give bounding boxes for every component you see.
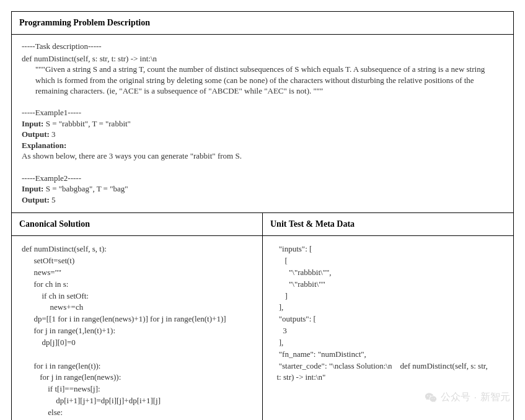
content-row: def numDistinct(self, s, t): setOft=set(… xyxy=(12,236,513,420)
unit-test-meta-data: "inputs": [ [ "\"rabbbit\"", "\"rabbit\"… xyxy=(263,236,513,420)
task-signature: def numDistinct(self, s: str, t: str) ->… xyxy=(22,53,503,64)
example1-input-label: Input: xyxy=(22,119,43,128)
example1-heading: -----Example1----- xyxy=(22,108,81,117)
document-frame: Programming Problem Description -----Tas… xyxy=(11,11,514,420)
header-title: Programming Problem Description xyxy=(12,12,513,35)
task-docstring: """Given a string S and a string T, coun… xyxy=(22,64,503,97)
example2-heading: -----Example2----- xyxy=(22,173,81,183)
example2-output-value: 5 xyxy=(50,195,56,204)
example1-explanation-value: As shown below, there are 3 ways you can… xyxy=(22,151,242,160)
example1-explanation-label: Explanation: xyxy=(22,141,66,150)
example2-input-label: Input: xyxy=(22,184,43,193)
unit-test-header: Unit Test & Meta Data xyxy=(263,213,513,235)
example2-output-label: Output: xyxy=(22,195,50,204)
example1-input-value: S = "rabbbit", T = "rabbit" xyxy=(43,119,131,128)
example1-output-label: Output: xyxy=(22,129,50,139)
canonical-solution-code: def numDistinct(self, s, t): setOft=set(… xyxy=(12,236,263,420)
task-heading: -----Task description----- xyxy=(22,42,102,51)
example2-input-value: S = "babgbag", T = "bag" xyxy=(43,184,128,193)
example1-output-value: 3 xyxy=(50,129,56,139)
column-headers-row: Canonical Solution Unit Test & Meta Data xyxy=(12,213,513,236)
canonical-solution-header: Canonical Solution xyxy=(12,213,263,235)
problem-description: -----Task description----- def numDistin… xyxy=(12,35,513,213)
